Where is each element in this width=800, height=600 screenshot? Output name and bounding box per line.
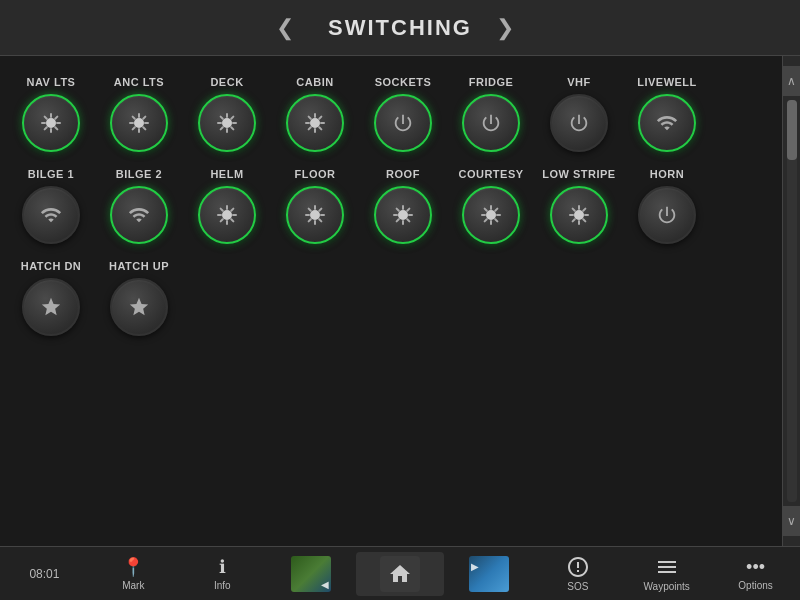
mark-icon: 📍 [122,556,144,578]
nav-options[interactable]: ••• Options [711,553,800,595]
switch-row-2: HATCH DN HATCH UP [10,260,772,336]
switch-button-courtesy[interactable] [462,186,520,244]
switch-label-3: CABIN [296,76,333,88]
home-icon-wrap [380,556,420,592]
switch-item-deck: DECK [186,76,268,152]
sun-icon [481,205,501,225]
switch-label-5: FRIDGE [469,76,514,88]
nav-map1[interactable]: ◀ [267,552,356,596]
nav-time: 08:01 [0,563,89,585]
switch-label-7: HORN [650,168,684,180]
options-icon: ••• [746,557,765,578]
switch-button-hatch-dn[interactable] [22,278,80,336]
switch-item-bilge-1: BILGE 1 [10,168,92,244]
waypoints-label: Waypoints [644,581,690,592]
switch-button-vhf[interactable] [550,94,608,152]
nav-info[interactable]: ℹ Info [178,552,267,595]
nav-mark[interactable]: 📍 Mark [89,552,178,595]
switch-item-livewell: LIVEWELL [626,76,708,152]
switch-button-cabin[interactable] [286,94,344,152]
scroll-up-button[interactable]: ∧ [783,66,801,96]
next-button[interactable]: ❯ [480,7,530,49]
map-thumbnail-2: ▶ [469,556,509,592]
switch-item-courtesy: COURTESY [450,168,532,244]
switch-item-sockets: SOCKETS [362,76,444,152]
switch-row-1: BILGE 1 BILGE 2 HELM FLOOR ROOF COURTESY… [10,168,772,244]
scroll-thumb [787,100,797,160]
power-icon [480,112,502,134]
waypoints-icon [655,555,679,579]
switch-row-0: NAV LTS ANC LTS DECK CABIN SOCKETS FRIDG… [10,76,772,152]
sun-icon [305,113,325,133]
switch-button-hatch-up[interactable] [110,278,168,336]
power-icon [568,112,590,134]
switch-label-1: ANC LTS [114,76,164,88]
switch-label-0: NAV LTS [27,76,76,88]
info-label: Info [214,580,231,591]
switch-label-1: BILGE 2 [116,168,162,180]
info-icon: ℹ [219,556,226,578]
header: ❮ SWITCHING ❯ [0,0,800,56]
switch-button-sockets[interactable] [374,94,432,152]
switch-button-roof[interactable] [374,186,432,244]
sun-icon [217,205,237,225]
sos-icon [566,555,590,579]
switch-label-4: ROOF [386,168,420,180]
switch-label-2: HELM [210,168,243,180]
nav-home[interactable] [356,552,445,596]
switch-button-nav-lts[interactable] [22,94,80,152]
switch-label-6: LOW STRIPE [542,168,615,180]
switch-label-0: BILGE 1 [28,168,74,180]
switch-button-horn[interactable] [638,186,696,244]
switch-label-6: VHF [567,76,591,88]
switch-item-horn: HORN [626,168,708,244]
page-title: SWITCHING [328,15,472,41]
switch-label-3: FLOOR [295,168,336,180]
switch-button-fridge[interactable] [462,94,520,152]
switch-item-floor: FLOOR [274,168,356,244]
switch-button-helm[interactable] [198,186,256,244]
switch-item-hatch-dn: HATCH DN [10,260,92,336]
prev-button[interactable]: ❮ [260,7,310,49]
nav-waypoints[interactable]: Waypoints [622,551,711,596]
switch-button-bilge-2[interactable] [110,186,168,244]
power-icon [392,112,414,134]
switch-grid: NAV LTS ANC LTS DECK CABIN SOCKETS FRIDG… [0,56,782,546]
switch-label-1: HATCH UP [109,260,169,272]
star-icon [40,296,62,318]
scroll-down-button[interactable]: ∨ [783,506,801,536]
switch-item-anc-lts: ANC LTS [98,76,180,152]
map1-arrow: ◀ [321,579,329,590]
nav-map2[interactable]: ▶ [444,552,533,596]
signal-icon [40,204,62,226]
nav-sos[interactable]: SOS [533,551,622,596]
switch-item-bilge-2: BILGE 2 [98,168,180,244]
scrollbar: ∧ ∨ [782,56,800,546]
sun-icon [129,113,149,133]
home-icon [388,562,412,586]
switch-button-floor[interactable] [286,186,344,244]
star-icon [128,296,150,318]
sun-icon [305,205,325,225]
options-label: Options [738,580,772,591]
switch-item-low-stripe: LOW STRIPE [538,168,620,244]
switch-button-livewell[interactable] [638,94,696,152]
sun-icon [217,113,237,133]
switch-item-vhf: VHF [538,76,620,152]
switch-item-fridge: FRIDGE [450,76,532,152]
switch-item-cabin: CABIN [274,76,356,152]
switch-button-anc-lts[interactable] [110,94,168,152]
sos-label: SOS [567,581,588,592]
switch-label-0: HATCH DN [21,260,82,272]
switch-label-7: LIVEWELL [637,76,697,88]
signal-icon [128,204,150,226]
scroll-track [787,100,797,502]
switch-button-deck[interactable] [198,94,256,152]
switch-label-5: COURTESY [458,168,523,180]
sun-icon [569,205,589,225]
map-thumbnail-1: ◀ [291,556,331,592]
switch-item-roof: ROOF [362,168,444,244]
clock-display: 08:01 [29,567,59,581]
switch-button-low-stripe[interactable] [550,186,608,244]
switch-button-bilge-1[interactable] [22,186,80,244]
